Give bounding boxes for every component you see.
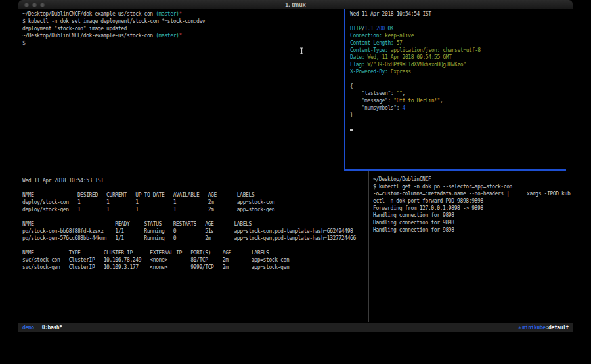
terminal-line: ectl -n dok port-forward POD 9898:9898 (373, 197, 573, 205)
terminal-line: Content-Length: 57 (350, 39, 573, 47)
terminal-line: Forwarding from 127.0.0.1:9898 -> 9898 (373, 205, 573, 212)
terminal-line: deployment "stock-con" image updated (22, 25, 344, 32)
window-title: 1. tmux (18, 0, 573, 9)
traffic-lights (24, 3, 45, 7)
kube-context-label: minikube (522, 325, 545, 331)
close-button[interactable] (24, 3, 29, 7)
terminal-line: NAME TYPE CLUSTER-IP EXTERNAL-IP PORT(S)… (22, 249, 368, 256)
terminal-window: 1. tmux ~/Desktop/DublinCNCF/dok-example… (18, 0, 573, 332)
terminal-line: NAME READY STATUS RESTARTS AGE LABELS (22, 220, 368, 228)
terminal-line: Date: Wed, 11 Apr 2018 09:54:55 GMT (350, 54, 573, 61)
terminal-line: svc/stock-con ClusterIP 10.106.78.249 <n… (22, 256, 368, 264)
terminal-line: HTTP/1.1 200 OK (350, 25, 573, 32)
terminal-line: Wed 11 Apr 2018 10:54:54 IST (350, 10, 573, 18)
terminal-line: { (350, 83, 573, 90)
status-left: demo 0:bash* (22, 325, 62, 331)
terminal-line: $ kubectl -n dok set image deployment/st… (22, 18, 344, 25)
terminal-line: ~/Desktop/DublinCNCF/dok-example-us/stoc… (22, 10, 344, 18)
terminal-line: svc/stock-gen ClusterIP 10.109.3.177 <no… (22, 264, 368, 271)
terminal-line: Handling connection for 9898 (373, 226, 573, 233)
tmux-pane-grid: ~/Desktop/DublinCNCF/dok-example-us/stoc… (18, 9, 573, 322)
terminal-line: -o=custom-columns=:metadata.name --no-he… (373, 190, 573, 197)
terminal-line: } (350, 111, 573, 119)
terminal-cursor (350, 129, 353, 131)
minimize-button[interactable] (32, 3, 37, 7)
terminal-line (350, 119, 573, 126)
terminal-line: Connection: keep-alive (350, 32, 573, 39)
kubernetes-wheel-icon: ⎈ (518, 325, 521, 331)
terminal-line (350, 75, 573, 83)
terminal-line: "numsymbols": 4 (350, 104, 573, 111)
terminal-line: ETag: W/"39-0xBPf9aF1dXVNkhsxoBQgJ8vKzo" (350, 61, 573, 68)
desktop: 1. tmux ~/Desktop/DublinCNCF/dok-example… (0, 0, 591, 364)
status-right: ⎈ minikube :default (518, 325, 569, 331)
pane-divider-vertical-bottom[interactable] (368, 171, 369, 322)
tmux-status-bar: demo 0:bash* ⎈ minikube :default (18, 323, 573, 332)
terminal-line: "lastseen": "", (350, 90, 573, 97)
kube-namespace-label: :default (546, 325, 569, 331)
pane-divider-vertical-top[interactable] (344, 9, 345, 171)
terminal-line: Handling connection for 9898 (373, 219, 573, 226)
pane-divider-horizontal-left[interactable] (18, 171, 368, 171)
mouse-cursor-ibeam (299, 47, 304, 54)
window-titlebar[interactable]: 1. tmux (18, 0, 573, 9)
terminal-line: NAME DESIRED CURRENT UP-TO-DATE AVAILABL… (22, 192, 368, 199)
terminal-line (350, 18, 573, 25)
terminal-line: deploy/stock-gen 1 1 1 1 2m app=stock-ge… (22, 206, 368, 213)
terminal-line (350, 126, 573, 133)
tmux-window-tab[interactable]: 0:bash* (42, 325, 62, 331)
terminal-line: po/stock-gen-576cc688bb-44kmn 1/1 Runnin… (22, 235, 368, 242)
terminal-line: $ kubectl get -n dok po --selector=app=s… (373, 183, 573, 190)
pane-top-left-shell[interactable]: ~/Desktop/DublinCNCF/dok-example-us/stoc… (18, 9, 344, 169)
pane-divider-horizontal-right[interactable] (344, 169, 566, 171)
terminal-line (22, 242, 368, 249)
zoom-button[interactable] (40, 3, 45, 7)
terminal-line: Handling connection for 9898 (373, 212, 573, 219)
terminal-line: ~/Desktop/DublinCNCF (373, 176, 573, 183)
pane-bottom-left-kubectl-get[interactable]: Wed 11 Apr 2018 10:54:53 IST NAME DESIRE… (18, 172, 368, 322)
terminal-line (22, 213, 368, 220)
terminal-line: X-Powered-By: Express (350, 68, 573, 75)
terminal-line: po/stock-con-bb68f88fd-kzsxz 1/1 Running… (22, 228, 368, 235)
pane-top-right-http-response[interactable]: Wed 11 Apr 2018 10:54:54 IST HTTP/1.1 20… (346, 9, 573, 169)
pane-bottom-right-port-forward[interactable]: ~/Desktop/DublinCNCF$ kubectl get -n dok… (371, 172, 573, 322)
terminal-line: "message": "Off to Berlin!", (350, 97, 573, 104)
terminal-line: ~/Desktop/DublinCNCF/dok-example-us/stoc… (22, 32, 344, 39)
terminal-line: deploy/stock-con 1 1 1 1 2m app=stock-co… (22, 199, 368, 206)
terminal-line (22, 184, 368, 192)
tmux-session-name: demo (22, 325, 34, 331)
terminal-line: Content-Type: application/json; charset=… (350, 47, 573, 54)
terminal-line: Wed 11 Apr 2018 10:54:53 IST (22, 177, 368, 184)
terminal-line: $ (22, 39, 344, 47)
